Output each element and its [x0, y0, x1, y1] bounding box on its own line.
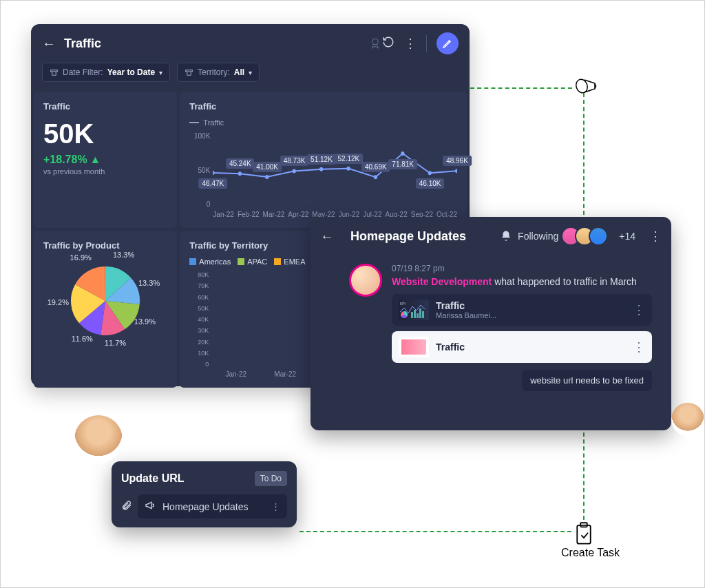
attachment-card[interactable]: KPI Traffic Marissa Baumei... ⋮	[392, 294, 652, 326]
attachment-thumb: KPI	[399, 300, 429, 320]
dashboard-header: ← Traffic ⋮	[31, 24, 470, 63]
filter-icon	[185, 68, 193, 77]
line-chart-card: Traffic Traffic 100K50K0 46.47K45.24K41.…	[180, 92, 467, 228]
line-legend: Traffic	[189, 118, 457, 127]
svg-point-3	[213, 171, 215, 175]
svg-point-7	[319, 167, 323, 171]
attachment-icon	[121, 500, 132, 514]
megaphone-icon	[574, 76, 598, 96]
refresh-icon[interactable]	[382, 36, 394, 51]
task-card: Update URL To Do Homepage Updates ⋮	[112, 461, 297, 527]
chat-title: Homepage Updates	[350, 229, 492, 244]
more-icon[interactable]: ⋮	[633, 339, 645, 355]
svg-rect-1	[51, 70, 58, 71]
bell-icon	[500, 230, 512, 242]
svg-rect-21	[577, 525, 590, 544]
svg-point-8	[347, 167, 350, 171]
filter-date[interactable]: Date Filter: Year to Date ▾	[42, 63, 170, 82]
page-title: Traffic	[64, 36, 363, 51]
task-attachment[interactable]: Homepage Updates ⋮	[138, 494, 287, 518]
kpi-value: 50K	[43, 118, 167, 149]
task-title: Update URL	[121, 472, 185, 485]
pie-chart-title: Traffic by Product	[43, 240, 167, 251]
svg-rect-16	[411, 312, 413, 318]
svg-text:KPI: KPI	[400, 302, 406, 306]
back-icon[interactable]: ←	[42, 36, 56, 52]
back-icon[interactable]: ←	[320, 229, 334, 244]
kpi-sub: vs previous month	[43, 167, 167, 176]
avatar	[671, 403, 704, 436]
kpi-title: Traffic	[43, 101, 167, 112]
line-chart-title: Traffic	[189, 101, 457, 112]
message-text: Website Development what happened to tra…	[392, 276, 652, 287]
chevron-down-icon: ▾	[249, 69, 252, 76]
svg-point-12	[455, 169, 457, 173]
certify-icon	[368, 36, 382, 50]
up-triangle-icon: ▲	[90, 154, 101, 166]
svg-point-4	[238, 171, 242, 176]
chevron-down-icon: ▾	[159, 69, 162, 76]
divider	[426, 35, 427, 52]
chat-reply: website url needs to be fixed	[522, 370, 652, 391]
svg-rect-18	[417, 313, 419, 318]
filter-territory[interactable]: Territory: All ▾	[177, 63, 260, 82]
svg-rect-17	[414, 310, 416, 318]
connector	[470, 87, 572, 89]
clipboard-check-icon	[574, 522, 594, 545]
avatar-extra[interactable]: +14	[619, 231, 635, 242]
edit-button[interactable]	[436, 32, 459, 54]
avatar	[349, 264, 382, 297]
chat-message: 07/19 8:27 pm Website Development what h…	[311, 255, 671, 391]
chat-header: ← Homepage Updates Following +14 ⋮	[311, 217, 671, 255]
svg-rect-2	[186, 70, 193, 71]
filter-icon	[50, 68, 59, 77]
filter-bar: Date Filter: Year to Date ▾ Territory: A…	[31, 63, 470, 92]
message-time: 07/19 8:27 pm	[392, 264, 652, 273]
more-icon[interactable]: ⋮	[649, 229, 662, 244]
kpi-card: Traffic 50K +18.78%▲ vs previous month	[34, 92, 177, 228]
more-icon[interactable]: ⋮	[271, 501, 280, 512]
chat-panel: ← Homepage Updates Following +14 ⋮ 07/19…	[311, 217, 671, 430]
svg-point-10	[401, 151, 405, 156]
connector	[299, 531, 571, 532]
svg-rect-19	[419, 308, 421, 318]
svg-point-5	[265, 175, 269, 179]
attachment-card[interactable]: Traffic ⋮	[392, 331, 652, 363]
pie-chart-card: Traffic by Product 13.3%13.3%13.9%11.7%1…	[34, 231, 177, 388]
avatar	[74, 415, 123, 463]
attachment-thumb	[399, 337, 429, 357]
more-icon[interactable]: ⋮	[633, 302, 645, 317]
megaphone-icon	[145, 500, 156, 513]
svg-point-9	[374, 175, 377, 179]
svg-point-6	[293, 169, 296, 173]
create-task-label: Create Task	[561, 547, 620, 559]
kpi-delta: +18.78%▲	[43, 154, 167, 166]
status-badge[interactable]: To Do	[255, 471, 287, 486]
svg-point-11	[428, 171, 432, 175]
svg-rect-20	[422, 311, 424, 318]
follow-button[interactable]: Following	[500, 230, 558, 242]
more-icon[interactable]: ⋮	[404, 36, 417, 51]
avatar-stack[interactable]	[567, 227, 608, 246]
svg-point-0	[372, 39, 378, 44]
